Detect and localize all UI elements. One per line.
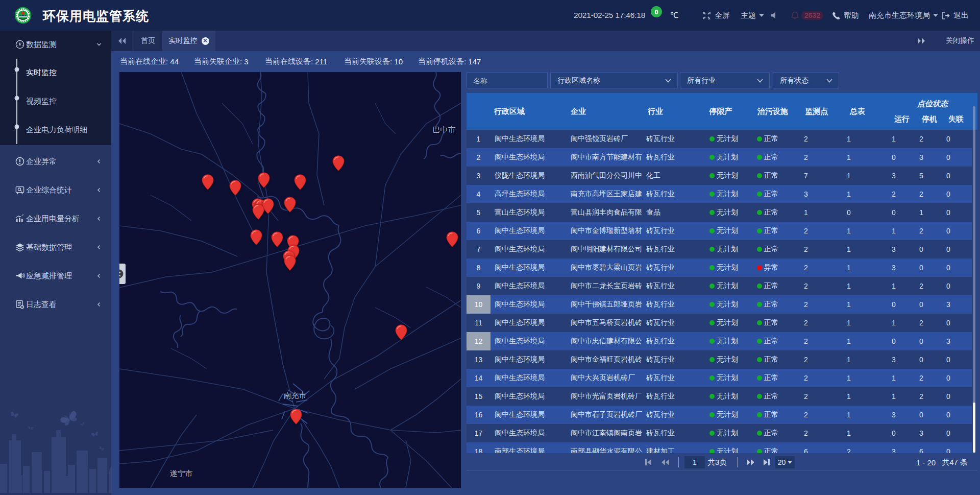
sidebar-group[interactable]: 日志查看 [0,290,111,319]
table-row[interactable]: 5 营山生态环境局 营山县润丰肉食品有限 食品 无计划 正常 1 0 0 1 0 [467,203,972,222]
cell-admin: 阆中生态环境局 [491,281,567,291]
row-number: 13 [467,350,491,369]
stat-item: 当前在线企业: 44 [120,51,179,72]
cell-industry: 砖瓦行业 [642,300,705,309]
close-operations-button[interactable]: 关闭操作 [946,31,974,51]
table-row[interactable]: 16 阆中生态环境局 阆中市石子页岩机砖厂 砖瓦行业 无计划 正常 2 1 3 … [467,406,972,424]
last-page-button[interactable] [762,455,772,470]
notifications-button[interactable]: 2632 [791,0,823,31]
prev-page-button[interactable] [659,455,671,470]
cell-industry: 砖瓦行业 [642,263,705,272]
sidebar-group[interactable]: 企业异常 [0,147,111,176]
map-panel[interactable]: 巴中市南充市遂宁市 [119,72,461,488]
cell-lost: 0 [935,190,972,198]
map-pin-icon[interactable] [250,229,262,245]
cell-admin: 阆中生态环境局 [491,245,567,254]
filter-select[interactable]: 所有行业 [680,73,770,88]
mute-button[interactable] [771,0,778,31]
cell-stop: 无计划 [705,281,754,291]
fullscreen-button[interactable]: 全屏 [702,0,730,31]
scrollbar-thumb[interactable] [973,403,975,453]
theme-dropdown[interactable]: 主题 [741,0,764,31]
row-number: 8 [467,258,491,277]
tabs-scroll-left-button[interactable] [111,31,132,51]
pager-separator [737,457,738,467]
status-dot-icon [709,302,715,307]
sidebar-group[interactable]: 应急减排管理 [0,262,111,290]
map-pin-icon[interactable] [284,197,296,213]
table-row[interactable]: 3 仪陇生态环境局 西南油气田分公司川中 化工 无计划 正常 7 1 3 5 0 [467,167,972,185]
table-row[interactable]: 17 阆中生态环境局 阆中市江南镇阆南页岩 砖瓦行业 无计划 正常 2 1 0 … [467,424,972,442]
cell-enterprise: 阆中大兴页岩机砖厂 [567,373,642,383]
logout-button[interactable]: 退出 [942,0,969,31]
table-row[interactable]: 14 阆中生态环境局 阆中大兴页岩机砖厂 砖瓦行业 无计划 正常 2 1 1 2… [467,369,972,387]
cell-halt: 2 [908,374,935,382]
cell-monitor: 2 [794,337,818,345]
page-size-select[interactable]: 20 [775,456,795,468]
help-button[interactable]: 帮助 [832,0,859,31]
tab-close-icon[interactable]: ✕ [202,37,209,45]
table-row[interactable]: 18 南部生态环境局 南部县砌华水泥有限公 建材加工 无计划 正常 6 2 3 … [467,442,972,453]
map-pin-icon[interactable] [229,180,241,196]
cell-industry: 化工 [642,171,705,180]
table-row[interactable]: 6 阆中生态环境局 阆中市金博瑞新型墙材 砖瓦行业 无计划 正常 2 1 1 2… [467,222,972,240]
stats-bar: 当前在线企业: 44当前失联企业: 3当前在线设备: 211当前失联设备: 10… [111,51,980,72]
cell-meter: 1 [818,227,880,235]
table-row[interactable]: 4 高坪生态环境局 南充市高坪区王家店建 砖瓦行业 无计划 正常 3 1 2 2… [467,185,972,203]
map-collapse-button[interactable] [119,264,126,284]
next-page-button[interactable] [745,455,756,470]
table-row[interactable]: 13 阆中生态环境局 阆中市金福旺页岩机砖 砖瓦行业 无计划 正常 2 1 3 … [467,350,972,369]
map-pin-icon[interactable] [395,324,407,340]
cell-lost: 0 [935,411,972,419]
cell-run: 1 [880,392,908,400]
sidebar-group-data-monitoring[interactable]: 数据监测 [0,31,111,58]
tab-home[interactable]: 首页 [134,31,162,51]
page-number-input[interactable] [684,456,705,468]
table-row[interactable]: 12 阆中生态环境局 阆中市忠信建材有限公 砖瓦行业 无计划 正常 2 1 0 … [467,332,972,350]
table-row[interactable]: 11 阆中生态环境局 阆中市五马桥页岩机砖 砖瓦行业 无计划 正常 2 1 1 … [467,314,972,332]
cell-run: 3 [880,172,908,180]
table-row[interactable]: 7 阆中生态环境局 阆中明阳建材有限公司 砖瓦行业 无计划 正常 2 1 3 0… [467,240,972,258]
sidebar-subitem-realtime[interactable]: 实时监控 [0,58,111,87]
table-row[interactable]: 2 阆中生态环境局 阆中市南方节能建材有 砖瓦行业 无计划 正常 2 1 0 3… [467,148,972,167]
sidebar-group[interactable]: 企业综合统计 [0,176,111,204]
sidebar-subitem-power-load[interactable]: 企业电力负荷明细 [0,115,111,144]
sidebar-subitem-video[interactable]: 视频监控 [0,87,111,115]
cell-facility: 正常 [754,226,794,235]
map-pin-icon[interactable] [252,204,264,220]
cell-admin: 阆中生态环境局 [491,153,567,162]
theme-label: 主题 [741,11,756,20]
cell-facility: 正常 [754,373,794,383]
bullet-dot-icon [15,67,19,72]
table-row[interactable]: 8 阆中生态环境局 阆中市枣碧大梁山页岩 砖瓦行业 无计划 异常 2 1 3 0… [467,258,972,277]
map-pin-icon[interactable] [294,174,306,190]
map-pin-icon[interactable] [258,172,270,188]
table-row[interactable]: 15 阆中生态环境局 阆中市光富页岩机砖厂 砖瓦行业 无计划 正常 2 1 1 … [467,387,972,406]
filter-select[interactable]: 行政区域名称 [550,73,678,88]
tabs-scroll-right-button[interactable] [914,31,929,51]
cell-run: 2 [880,190,908,198]
cell-lost: 3 [935,300,972,309]
table-row[interactable]: 9 阆中生态环境局 阆中市二龙长宝页岩砖 砖瓦行业 无计划 正常 2 1 1 2… [467,277,972,295]
sidebar-group[interactable]: 企业用电量分析 [0,204,111,233]
first-page-button[interactable] [643,455,653,470]
row-number: 16 [467,406,491,424]
map-pin-icon[interactable] [446,231,458,247]
map-pin-icon[interactable] [332,155,345,171]
org-dropdown[interactable]: 南充市生态环境局 [869,0,938,31]
stat-item: 当前在线设备: 211 [265,51,327,72]
map-pin-icon[interactable] [271,231,283,247]
table-row[interactable]: 1 阆中生态环境局 阆中强锐页岩砖厂 砖瓦行业 无计划 正常 2 1 1 2 0 [467,130,972,148]
name-filter-input[interactable] [467,73,548,88]
cell-halt: 2 [908,135,935,143]
filter-select[interactable]: 所有状态 [773,73,839,88]
map-pin-icon[interactable] [284,255,296,271]
cell-industry: 砖瓦行业 [642,318,705,327]
tab-realtime-monitoring[interactable]: 实时监控 ✕ [162,31,215,51]
map-pin-icon[interactable] [202,174,214,190]
table-row[interactable]: 10 阆中生态环境局 阆中千佛镇五郎垭页岩 砖瓦行业 无计划 正常 2 1 0 … [467,295,972,314]
cell-lost: 0 [935,264,972,272]
map-pin-icon[interactable] [290,409,302,425]
table-scrollbar[interactable] [973,106,975,453]
sidebar-group[interactable]: 基础数据管理 [0,233,111,262]
